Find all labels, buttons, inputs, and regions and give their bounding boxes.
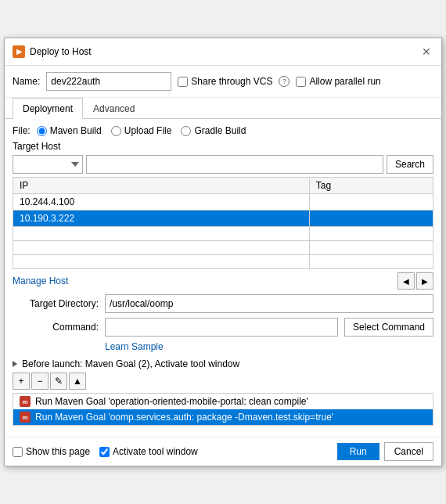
tag-cell: [309, 194, 433, 211]
share-vcs-label: Share through VCS: [191, 76, 272, 87]
gradle-build-radio[interactable]: [181, 126, 191, 136]
maven-icon: m: [20, 412, 31, 423]
ip-cell: 10.244.4.100: [13, 194, 310, 211]
table-row-empty: [13, 255, 433, 269]
ip-column-header: IP: [13, 178, 310, 194]
bottom-buttons: Run Cancel: [337, 442, 433, 461]
before-launch-header: Before launch: Maven Goal (2), Activate …: [13, 358, 433, 369]
table-row[interactable]: 10.244.4.100: [13, 194, 433, 211]
select-command-button[interactable]: Select Command: [344, 318, 433, 337]
allow-parallel-checkbox[interactable]: [296, 77, 306, 87]
close-button[interactable]: ✕: [419, 45, 433, 59]
share-vcs-checkbox-label[interactable]: Share through VCS: [178, 76, 272, 87]
activate-label: Activate tool window: [113, 446, 198, 457]
tab-advanced[interactable]: Advanced: [83, 98, 145, 119]
host-text-input[interactable]: [86, 155, 383, 174]
launch-item-label: Run Maven Goal 'operation-oriented-mobil…: [35, 396, 308, 407]
move-up-button[interactable]: ▲: [69, 373, 86, 390]
remove-button[interactable]: −: [31, 373, 49, 390]
allow-parallel-label: Allow parallel run: [309, 76, 380, 87]
manage-host-row: Manage Host ◀ ▶: [13, 272, 433, 290]
show-page-label: Show this page: [26, 446, 90, 457]
activate-checkbox-label[interactable]: Activate tool window: [99, 446, 198, 457]
name-input[interactable]: [46, 72, 171, 91]
nav-prev-button[interactable]: ◀: [397, 272, 415, 290]
search-button[interactable]: Search: [387, 155, 433, 174]
file-label: File:: [13, 125, 31, 136]
ip-table: IP Tag 10.244.4.100 10.190.3.222: [13, 177, 433, 269]
command-label: Command:: [13, 322, 99, 333]
upload-file-radio[interactable]: [111, 126, 121, 136]
target-directory-input[interactable]: [105, 294, 433, 313]
show-page-checkbox-label[interactable]: Show this page: [13, 446, 90, 457]
header-row: Name: Share through VCS ? Allow parallel…: [5, 66, 441, 98]
command-input[interactable]: [105, 318, 338, 337]
tabs: Deployment Advanced: [5, 98, 441, 119]
learn-sample-link[interactable]: Learn Sample: [105, 341, 433, 352]
list-item[interactable]: m Run Maven Goal 'operation-oriented-mob…: [13, 394, 433, 409]
edit-button[interactable]: ✎: [50, 373, 67, 390]
nav-next-button[interactable]: ▶: [416, 272, 433, 290]
share-vcs-checkbox[interactable]: [178, 77, 188, 87]
table-row[interactable]: 10.190.3.222: [13, 211, 433, 227]
cancel-button[interactable]: Cancel: [384, 442, 433, 461]
before-launch-title: Before launch: Maven Goal (2), Activate …: [22, 358, 239, 369]
allow-parallel-checkbox-label[interactable]: Allow parallel run: [296, 76, 380, 87]
tab-content: File: Maven Build Upload File Gradle Bui…: [5, 119, 441, 437]
table-row-empty: [13, 241, 433, 255]
collapse-icon[interactable]: [13, 361, 17, 367]
maven-build-option[interactable]: Maven Build: [37, 125, 102, 136]
target-host-row: Search: [13, 155, 433, 174]
tag-column-header: Tag: [309, 178, 433, 194]
file-row: File: Maven Build Upload File Gradle Bui…: [13, 125, 433, 136]
titlebar: ▶ Deploy to Host ✕: [5, 38, 441, 66]
table-row-empty: [13, 227, 433, 241]
upload-file-label: Upload File: [124, 125, 172, 136]
before-launch-toolbar: + − ✎ ▲: [13, 373, 433, 390]
upload-file-option[interactable]: Upload File: [111, 125, 172, 136]
target-directory-row: Target Directory:: [13, 294, 433, 313]
launch-item-label: Run Maven Goal 'oomp.services.auth: pack…: [35, 412, 333, 423]
add-button[interactable]: +: [13, 373, 30, 390]
file-radio-group: Maven Build Upload File Gradle Build: [37, 125, 246, 136]
activate-checkbox[interactable]: [99, 447, 110, 457]
tag-cell: [309, 211, 433, 227]
target-host-section-title: Target Host: [13, 141, 433, 152]
titlebar-left: ▶ Deploy to Host: [13, 45, 92, 58]
gradle-build-label: Gradle Build: [194, 125, 246, 136]
target-directory-label: Target Directory:: [13, 298, 99, 309]
name-label: Name:: [13, 76, 40, 87]
bottom-checkboxes: Show this page Activate tool window: [13, 446, 198, 457]
deploy-dialog: ▶ Deploy to Host ✕ Name: Share through V…: [4, 38, 442, 466]
list-item[interactable]: m Run Maven Goal 'oomp.services.auth: pa…: [13, 409, 433, 425]
nav-arrows: ◀ ▶: [397, 272, 433, 290]
manage-host-link[interactable]: Manage Host: [13, 275, 68, 286]
host-dropdown[interactable]: [13, 155, 83, 174]
gradle-build-option[interactable]: Gradle Build: [181, 125, 246, 136]
run-button[interactable]: Run: [337, 443, 379, 460]
dialog-icon: ▶: [13, 45, 25, 58]
show-page-checkbox[interactable]: [13, 447, 23, 457]
command-row: Command: Select Command: [13, 318, 433, 337]
dialog-title: Deploy to Host: [30, 46, 92, 57]
bottom-row: Show this page Activate tool window Run …: [5, 437, 441, 466]
ip-cell: 10.190.3.222: [13, 211, 310, 227]
launch-items-list: m Run Maven Goal 'operation-oriented-mob…: [13, 393, 433, 426]
maven-build-radio[interactable]: [37, 126, 47, 136]
maven-icon: m: [20, 396, 31, 407]
tab-deployment[interactable]: Deployment: [13, 98, 83, 119]
help-icon[interactable]: ?: [279, 76, 290, 87]
maven-build-label: Maven Build: [50, 125, 102, 136]
